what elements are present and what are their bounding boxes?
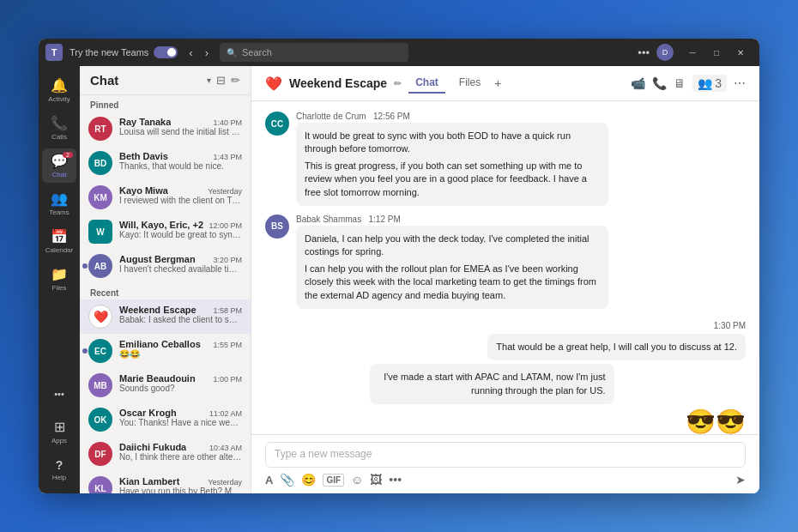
more-options-icon[interactable]: ⋯: [734, 76, 746, 90]
avatar-beth: BD: [88, 151, 112, 175]
calls-icon: 📞: [51, 115, 68, 131]
chat-item-emiliano[interactable]: EC Emiliano Ceballos 1:55 PM 😂😂: [80, 334, 251, 368]
more-icon[interactable]: •••: [638, 46, 650, 59]
chat-item-oscar[interactable]: OK Oscar Krogh 11:02 AM You: Thanks! Hav…: [80, 402, 251, 437]
avatar-oscar: OK: [88, 408, 112, 432]
unread-indicator-emiliano: [82, 348, 88, 354]
tab-chat[interactable]: Chat: [408, 73, 445, 94]
message-group-self: 1:30 PM That would be a great help, I wi…: [265, 317, 746, 434]
message-bubble-self: That would be a great help, I will call …: [487, 334, 746, 360]
message-bubble-babak1: Daniela, I can help you with the deck to…: [296, 226, 608, 309]
chat-item-will-group[interactable]: W Will, Kayo, Eric, +2 12:00 PM Kayo: It…: [80, 215, 251, 249]
heart-icon: ❤️: [265, 76, 282, 92]
emoji-sunglasses: 😎😎: [686, 408, 746, 434]
message-preview-apac: I've made a start with APAC and LATAM, n…: [370, 364, 746, 404]
members-count: 3: [715, 76, 722, 90]
search-bar[interactable]: 🔍 Search: [220, 43, 408, 62]
pinned-label: Pinned: [80, 95, 251, 112]
app-body: 🔔 Activity 📞 Calls 💬 2 Chat 👥 Teams 📅 Ca…: [39, 66, 759, 493]
video-call-icon[interactable]: 📹: [631, 76, 645, 90]
close-button[interactable]: ✕: [728, 44, 753, 61]
message-meta-charlotte: Charlotte de Crum 12:56 PM: [296, 112, 608, 121]
chat-item-kayo[interactable]: KM Kayo Miwa Yesterday I reviewed with t…: [80, 180, 251, 215]
teams-logo-icon: T: [45, 44, 63, 61]
sidebar-item-more[interactable]: •••: [42, 377, 76, 411]
screen-share-icon[interactable]: 🖥: [674, 76, 686, 90]
message-group-charlotte: CC Charlotte de Crum 12:56 PM It would b…: [265, 112, 746, 206]
message-group-babak1: BS Babak Shammas 1:12 PM Daniela, I can …: [265, 215, 746, 309]
sidebar-item-activity[interactable]: 🔔 Activity: [42, 73, 76, 107]
search-placeholder: Search: [242, 47, 272, 57]
avatar-charlotte: CC: [265, 112, 289, 136]
avatar-marie: MB: [88, 373, 112, 397]
calendar-icon: 📅: [51, 228, 68, 245]
chat-item-beth[interactable]: BD Beth Davis 1:43 PM Thanks, that would…: [80, 146, 251, 180]
sticker-icon[interactable]: ☺: [351, 473, 363, 487]
members-badge[interactable]: 👥 3: [692, 75, 727, 92]
sidebar-item-chat[interactable]: 💬 2 Chat: [42, 148, 76, 183]
help-icon: ?: [56, 458, 63, 472]
members-icon: 👥: [698, 76, 712, 90]
chat-item-daiichi[interactable]: DF Daiichi Fukuda 10:43 AM No, I think t…: [80, 437, 251, 471]
format-text-icon[interactable]: A: [265, 474, 273, 487]
sidebar-item-apps[interactable]: ⊞ Apps: [42, 414, 76, 449]
gif-icon[interactable]: GIF: [323, 474, 344, 487]
back-button[interactable]: ‹: [184, 45, 196, 61]
try-new-teams-label: Try the new Teams: [70, 46, 178, 58]
main-chat-title: Weekend Escape: [289, 76, 387, 90]
teams-icon: 👥: [51, 190, 68, 207]
avatar-emiliano: EC: [88, 339, 112, 363]
avatar-ray: RT: [88, 117, 112, 141]
minimize-button[interactable]: ─: [680, 44, 704, 61]
window-controls: ─ □ ✕: [680, 44, 753, 61]
sidebar-item-calls[interactable]: 📞 Calls: [42, 111, 76, 145]
sidebar-item-files[interactable]: 📁 Files: [42, 262, 76, 296]
chat-title-chevron[interactable]: ▾: [207, 76, 211, 85]
chat-item-marie[interactable]: MB Marie Beaudouin 1:00 PM Sounds good?: [80, 368, 251, 402]
main-chat-area: ❤️ Weekend Escape ✏ Chat Files + 📹 📞 🖥 👥…: [251, 66, 759, 493]
apps-icon: ⊞: [54, 419, 65, 435]
edit-icon[interactable]: ✏: [394, 78, 402, 89]
sidebar-item-calendar[interactable]: 📅 Calendar: [42, 224, 76, 258]
image-icon[interactable]: 🖼: [370, 473, 382, 487]
main-chat-header: ❤️ Weekend Escape ✏ Chat Files + 📹 📞 🖥 👥…: [251, 66, 759, 101]
new-chat-icon[interactable]: ✏: [231, 74, 240, 87]
chat-item-content-ray: Ray Tanaka 1:40 PM Louisa will send the …: [119, 117, 242, 136]
maximize-button[interactable]: □: [704, 44, 728, 61]
message-toolbar: A 📎 😊 GIF ☺ 🖼 ••• ➤: [265, 473, 746, 487]
teams-window: T Try the new Teams ‹ › 🔍 Search ••• D ─…: [39, 39, 759, 493]
message-input-area: Type a new message A 📎 😊 GIF ☺ 🖼 ••• ➤: [251, 434, 759, 493]
sidebar-nav: 🔔 Activity 📞 Calls 💬 2 Chat 👥 Teams 📅 Ca…: [39, 66, 80, 493]
search-icon: 🔍: [227, 48, 237, 57]
forward-button[interactable]: ›: [201, 45, 213, 61]
more-apps-icon: •••: [54, 389, 64, 399]
chat-badge: 2: [63, 152, 73, 158]
send-button[interactable]: ➤: [735, 473, 746, 487]
more-formatting-icon[interactable]: •••: [389, 473, 402, 487]
chat-header-icons: ⊟ ✏: [216, 74, 240, 87]
message-bubble-charlotte: It would be great to sync with you both …: [296, 123, 608, 206]
message-input-placeholder[interactable]: Type a new message: [265, 442, 746, 468]
audio-call-icon[interactable]: 📞: [652, 76, 667, 90]
tab-files[interactable]: Files: [452, 73, 487, 94]
avatar-august: AB: [88, 254, 112, 278]
attach-icon[interactable]: 📎: [280, 473, 294, 487]
activity-icon: 🔔: [51, 77, 68, 94]
chat-item-august[interactable]: AB August Bergman 3:20 PM I haven't chec…: [80, 249, 251, 283]
chat-item-ray[interactable]: RT Ray Tanaka 1:40 PM Louisa will send t…: [80, 112, 251, 146]
chat-item-kian[interactable]: KL Kian Lambert Yesterday Have you run t…: [80, 471, 251, 493]
title-bar-right: ••• D ─ □ ✕: [638, 44, 753, 61]
avatar-daiichi: DF: [88, 442, 112, 466]
sidebar-item-help[interactable]: ? Help: [42, 452, 76, 487]
try-new-teams-toggle[interactable]: [154, 46, 178, 58]
chat-list-panel: Chat ▾ ⊟ ✏ Pinned RT Ray Tanaka 1:40 PM …: [80, 66, 251, 493]
user-avatar[interactable]: D: [656, 44, 674, 61]
message-time-self: 1:30 PM: [714, 317, 746, 334]
chat-item-weekend[interactable]: ❤️ Weekend Escape 1:58 PM Babak: I asked…: [80, 299, 251, 334]
emoji-icon[interactable]: 😊: [301, 473, 316, 487]
message-content-babak1: Babak Shammas 1:12 PM Daniela, I can hel…: [296, 215, 608, 309]
sidebar-item-teams[interactable]: 👥 Teams: [42, 186, 76, 221]
avatar-kayo: KM: [88, 185, 112, 209]
filter-icon[interactable]: ⊟: [216, 74, 226, 87]
add-tab-icon[interactable]: +: [494, 76, 501, 90]
